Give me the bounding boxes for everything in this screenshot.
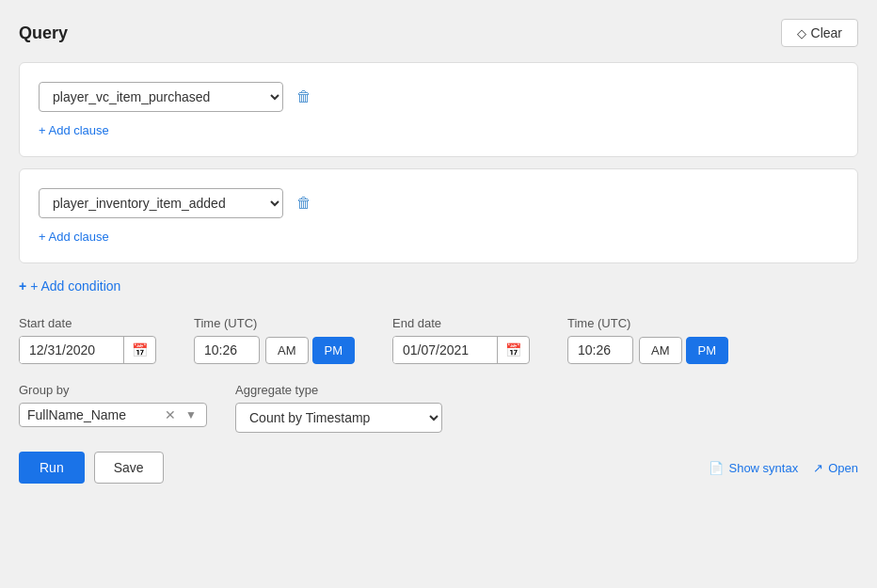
end-pm-button[interactable]: PM (686, 337, 729, 364)
add-condition-icon: + (19, 278, 26, 294)
footer-right: 📄 Show syntax ↗ Open (709, 461, 858, 475)
save-button[interactable]: Save (94, 452, 164, 484)
datetime-section: Start date 📅 Time (UTC) AM PM End date (19, 316, 858, 364)
footer-row: Run Save 📄 Show syntax ↗ Open (19, 452, 858, 484)
footer-left: Run Save (19, 452, 164, 484)
page-title: Query (19, 24, 68, 43)
groupby-value: FullName_Name (27, 407, 157, 422)
end-time-group: Time (UTC) AM PM (567, 316, 728, 364)
start-time-ampm: AM PM (194, 336, 355, 364)
show-syntax-button[interactable]: 📄 Show syntax (709, 461, 798, 475)
aggregate-group: Aggregate type Count by TimestampCount b… (235, 383, 442, 433)
end-date-wrap: 📅 (392, 336, 530, 364)
aggregate-label: Aggregate type (235, 383, 442, 397)
start-date-calendar-button[interactable]: 📅 (123, 337, 155, 363)
clear-button[interactable]: ◇ Clear (781, 19, 858, 47)
start-pm-button[interactable]: PM (312, 337, 356, 364)
end-time-label: Time (UTC) (567, 316, 728, 330)
delete-condition-button-2[interactable]: 🗑 (293, 191, 315, 215)
start-time-group: Time (UTC) AM PM (194, 316, 355, 364)
end-time-ampm: AM PM (567, 336, 728, 364)
add-clause-button-1[interactable]: + Add clause (39, 123, 109, 137)
add-clause-button-2[interactable]: + Add clause (39, 230, 109, 244)
end-date-group: End date 📅 (392, 316, 530, 364)
condition-row: player_vc_item_purchased🗑 (39, 82, 838, 112)
end-date-calendar-button[interactable]: 📅 (497, 337, 529, 363)
end-ampm-group: AM PM (639, 337, 728, 364)
aggregate-select[interactable]: Count by TimestampCount by PlayerSumAver… (235, 403, 442, 433)
start-time-label: Time (UTC) (194, 316, 355, 330)
groupby-arrow-button[interactable]: ▼ (183, 408, 199, 421)
delete-condition-button-1[interactable]: 🗑 (293, 85, 315, 109)
add-condition-label: + Add condition (30, 278, 120, 294)
condition-list: player_vc_item_purchased🗑+ Add clausepla… (19, 62, 858, 263)
groupby-aggregate-section: Group by FullName_Name ✕ ▼ Aggregate typ… (19, 383, 858, 433)
clear-icon: ◇ (797, 26, 806, 40)
groupby-input-wrap: FullName_Name ✕ ▼ (19, 403, 207, 427)
groupby-group: Group by FullName_Name ✕ ▼ (19, 383, 207, 427)
add-condition-button[interactable]: + + Add condition (19, 275, 120, 297)
start-ampm-group: AM PM (265, 337, 355, 364)
show-syntax-icon: 📄 (709, 461, 724, 475)
event-select-2[interactable]: player_inventory_item_added (39, 188, 283, 218)
open-label: Open (828, 461, 858, 475)
condition-card-1: player_vc_item_purchased🗑+ Add clause (19, 62, 858, 157)
run-button[interactable]: Run (19, 452, 85, 484)
header-row: Query ◇ Clear (19, 19, 858, 47)
end-date-inputs: 📅 (392, 336, 530, 364)
start-date-label: Start date (19, 316, 156, 330)
end-am-button[interactable]: AM (639, 337, 682, 364)
open-icon: ↗ (813, 461, 823, 475)
start-date-group: Start date 📅 (19, 316, 156, 364)
condition-row: player_inventory_item_added🗑 (39, 188, 838, 218)
groupby-label: Group by (19, 383, 207, 397)
open-button[interactable]: ↗ Open (813, 461, 858, 475)
end-date-label: End date (392, 316, 530, 330)
condition-card-2: player_inventory_item_added🗑+ Add clause (19, 168, 858, 263)
end-date-input[interactable] (393, 337, 497, 363)
query-page: Query ◇ Clear player_vc_item_purchased🗑+… (19, 19, 858, 569)
start-date-input[interactable] (20, 337, 123, 363)
start-time-input[interactable] (194, 336, 260, 364)
start-date-inputs: 📅 (19, 336, 156, 364)
clear-label: Clear (811, 25, 842, 40)
end-time-input[interactable] (567, 336, 633, 364)
show-syntax-label: Show syntax (728, 461, 798, 475)
event-select-1[interactable]: player_vc_item_purchased (39, 82, 283, 112)
groupby-clear-button[interactable]: ✕ (163, 407, 178, 422)
start-date-wrap: 📅 (19, 336, 156, 364)
start-am-button[interactable]: AM (265, 337, 309, 364)
